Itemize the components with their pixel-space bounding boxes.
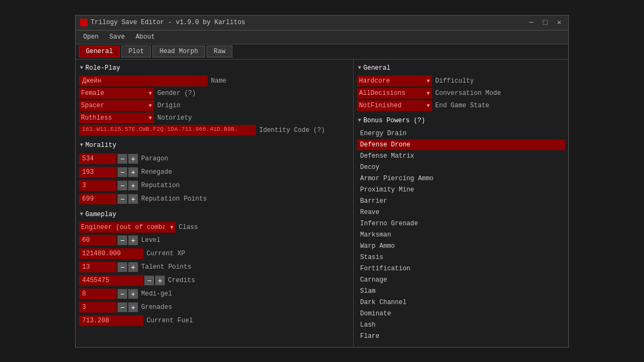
renegade-increment[interactable]: + [128, 167, 138, 177]
bonus-power-item[interactable]: Proximity Mine [357, 184, 565, 195]
paragon-row: − + Paragon [79, 153, 350, 165]
paragon-stepper: − + [79, 153, 138, 164]
conversation-select[interactable]: AllDecisions ParagonOnly RenegadeOnly [357, 88, 432, 99]
bonus-power-item[interactable]: Warp Ammo [357, 241, 565, 252]
paragon-input[interactable] [79, 153, 116, 164]
bonus-power-item[interactable]: Defense Matrix [357, 151, 565, 161]
general-arrow: ▼ [358, 65, 361, 71]
paragon-decrement[interactable]: − [118, 154, 127, 164]
gameplay-title: Gameplay [85, 211, 116, 218]
bonus-power-item[interactable]: Carnage [357, 275, 565, 285]
credits-decrement[interactable]: − [144, 276, 154, 285]
fuel-label: Current Fuel [147, 317, 193, 324]
gameplay-section: ▼ Gameplay Engineer (out of combat) Sold… [79, 209, 350, 327]
general-header: ▼ General [357, 63, 565, 73]
rep-points-input[interactable] [79, 194, 116, 204]
renegade-decrement[interactable]: − [118, 167, 127, 177]
talent-stepper: − + [79, 262, 138, 272]
xp-label: Current XP [147, 250, 185, 257]
bonus-power-item[interactable]: Slam [357, 286, 565, 297]
bonus-power-item[interactable]: Armor Piercing Ammo [357, 173, 565, 184]
level-decrement[interactable]: − [118, 235, 127, 245]
notoriety-select[interactable]: Ruthless Sole Survivor War Hero [79, 113, 154, 123]
name-row: Name [79, 76, 350, 86]
bonus-power-item[interactable]: Energy Drain [357, 128, 565, 139]
general-section: ▼ General Hardcore Casual Normal Veteran… [357, 63, 565, 111]
level-increment[interactable]: + [128, 235, 138, 245]
talent-decrement[interactable]: − [118, 262, 127, 272]
bonus-power-item[interactable]: Lash [357, 320, 565, 330]
roleplay-header: ▼ Role-Play [79, 63, 350, 73]
medi-label: Medi-gel [141, 290, 172, 298]
rep-points-row: − + Reputation Points [79, 193, 350, 205]
talent-label: Talent Points [141, 263, 192, 271]
medi-decrement[interactable]: − [118, 289, 127, 299]
tab-raw[interactable]: Raw [207, 46, 232, 57]
reputation-row: − + Reputation [79, 180, 350, 191]
medi-stepper: − + [79, 289, 138, 299]
reputation-decrement[interactable]: − [118, 181, 127, 190]
window-controls: ─ □ ✕ [526, 19, 564, 26]
gender-wrapper: Female Male ▼ [79, 88, 154, 99]
level-input[interactable] [79, 235, 116, 246]
minimize-button[interactable]: ─ [526, 19, 536, 26]
bonus-power-item[interactable]: Barrier [357, 196, 565, 206]
paragon-increment[interactable]: + [128, 154, 138, 164]
rep-points-decrement[interactable]: − [118, 194, 127, 204]
gender-row: Female Male ▼ Gender (?) [79, 88, 350, 99]
gender-select[interactable]: Female Male [79, 88, 154, 99]
bonus-power-item[interactable]: Defense Drone [357, 139, 565, 150]
notoriety-label: Notoriety [157, 114, 192, 122]
conversation-wrapper: AllDecisions ParagonOnly RenegadeOnly ▼ [357, 88, 432, 99]
menu-open[interactable]: Open [79, 32, 103, 42]
grenades-input[interactable] [79, 302, 116, 313]
bonus-power-item[interactable]: Inferno Grenade [357, 218, 565, 229]
bonus-power-item[interactable]: Dark Channel [357, 297, 565, 308]
rep-points-increment[interactable]: + [128, 194, 138, 204]
credits-increment[interactable]: + [155, 276, 165, 285]
grenades-increment[interactable]: + [128, 302, 138, 312]
origin-select[interactable]: Spacer Earthborn Colonist [79, 100, 154, 111]
maximize-button[interactable]: □ [540, 19, 550, 26]
fuel-input[interactable] [79, 315, 143, 326]
tabs-bar: General Plot Head Morph Raw [76, 45, 568, 60]
class-label: Class [179, 224, 198, 231]
reputation-increment[interactable]: + [128, 181, 138, 190]
origin-label: Origin [157, 102, 180, 109]
bonus-power-item[interactable]: Stasis [357, 252, 565, 263]
medi-increment[interactable]: + [128, 289, 138, 299]
class-select[interactable]: Engineer (out of combat) Soldier Adept I… [79, 222, 175, 233]
gender-label: Gender (?) [157, 90, 196, 97]
talent-input[interactable] [79, 262, 116, 272]
talent-increment[interactable]: + [128, 262, 138, 272]
renegade-input[interactable] [79, 167, 116, 178]
name-label: Name [211, 77, 226, 85]
reputation-input[interactable] [79, 180, 116, 191]
difficulty-row: Hardcore Casual Normal Veteran Insanity … [357, 76, 565, 86]
bonus-power-item[interactable]: Decoy [357, 162, 565, 173]
bonus-power-item[interactable]: Reave [357, 207, 565, 218]
xp-input[interactable] [79, 248, 143, 259]
credits-input[interactable] [79, 275, 143, 286]
fuel-row: Current Fuel [79, 315, 350, 327]
tab-head-morph[interactable]: Head Morph [152, 46, 205, 57]
bonus-power-item[interactable]: Flare [357, 331, 565, 342]
tab-plot[interactable]: Plot [121, 46, 151, 57]
menu-save[interactable]: Save [105, 32, 129, 42]
name-input[interactable] [79, 76, 208, 86]
identity-label: Identity Code (?) [259, 127, 325, 134]
tab-general[interactable]: General [79, 46, 120, 57]
bonus-power-item[interactable]: Marksman [357, 230, 565, 240]
endgame-select[interactable]: NotFinished Finished [357, 100, 432, 111]
menu-about[interactable]: About [131, 32, 159, 42]
difficulty-select[interactable]: Hardcore Casual Normal Veteran Insanity [357, 76, 432, 86]
talent-row: − + Talent Points [79, 261, 350, 273]
close-button[interactable]: ✕ [554, 19, 564, 26]
bonus-power-item[interactable]: Dominate [357, 308, 565, 319]
reputation-stepper: − + [79, 180, 138, 191]
bonus-power-item[interactable]: Fortification [357, 263, 565, 274]
credits-stepper: − + [79, 275, 165, 286]
grenades-decrement[interactable]: − [118, 302, 127, 312]
identity-code-display: 161.W11.E15.57E.CWB.F2Q.1DA.711.966.41D.… [79, 125, 256, 136]
medi-input[interactable] [79, 289, 116, 299]
